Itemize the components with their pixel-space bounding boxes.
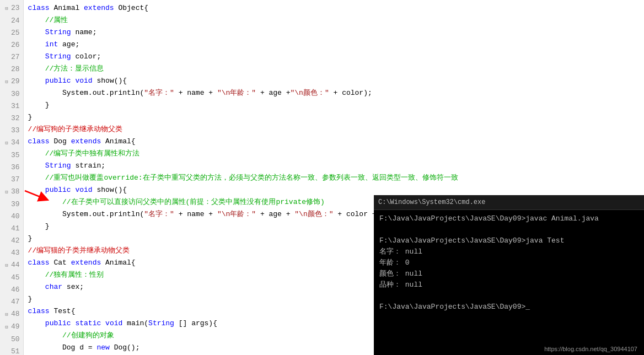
cmd-titlebar: C:\Windows\System32\cmd.exe [374,195,644,210]
blog-url: https://blog.csdn.net/qq_30944107 [542,345,640,353]
line-number: ⊟ 34 [2,137,20,149]
code-line: } [28,111,644,123]
code-line: //编写子类中独有属性和方法 [28,148,644,160]
line-number: ⊟ 23 [2,2,20,15]
cmd-line [379,291,638,302]
line-number: 45 [2,272,20,284]
line-number: 40 [2,211,20,223]
line-numbers: ⊟ 232425262728⊟ 2930313233⊟ 34353637⊟ 38… [0,0,24,355]
line-number: 35 [2,149,20,162]
code-line: public void show(){ [28,75,644,87]
cmd-line [379,224,638,235]
code-line: String name; [28,26,644,39]
line-number: 32 [2,112,20,125]
line-number: 50 [2,334,20,346]
line-number: 24 [2,15,20,27]
cmd-line: 年龄： 0 [379,257,638,268]
code-line: //编写狗的子类继承动物父类 [28,123,644,136]
line-number: ⊟ 44 [2,259,20,272]
cmd-line: 颜色： null [379,268,638,279]
code-line: class Dog extends Animal{ [28,136,644,148]
line-number: 41 [2,223,20,235]
cmd-line: 品种： null [379,279,638,291]
line-number: 26 [2,39,20,51]
line-number: 33 [2,125,20,137]
cmd-line: F:\Java\JavaProjects\JavaSE\Day09>_ [379,302,638,313]
cmd-title: C:\Windows\System32\cmd.exe [378,197,485,208]
line-number: ⊟ 38 [2,186,20,198]
line-number: 31 [2,100,20,112]
line-number: ⊟ 29 [2,76,20,88]
line-number: ⊟ 49 [2,321,20,334]
line-number: 47 [2,296,20,308]
cmd-window: C:\Windows\System32\cmd.exe F:\Java\Java… [374,195,644,355]
line-number: 28 [2,63,20,76]
code-line: //属性 [28,14,644,26]
cmd-line: F:\Java\JavaProjects\JavaSE\Day09>javac … [379,213,638,224]
code-line: //方法：显示信息 [28,63,644,75]
line-number: 46 [2,284,20,296]
line-number: 42 [2,235,20,247]
code-line: String color; [28,51,644,63]
line-number: 51 [2,346,20,355]
code-line: } [28,99,644,111]
code-line: String strain; [28,160,644,172]
line-number: 43 [2,247,20,259]
line-number: 37 [2,174,20,186]
code-line: System.out.println("名字：" + name + "\n年龄：… [28,87,644,99]
code-line: int age; [28,39,644,51]
line-number: ⊟ 48 [2,308,20,321]
cmd-line: F:\Java\JavaProjects\JavaSE\Day09>java T… [379,235,638,246]
line-number: 27 [2,51,20,63]
line-number: 30 [2,88,20,100]
line-number: 25 [2,27,20,39]
code-line: //重写也叫做覆盖override:在子类中重写父类的方法，必须与父类的方法名称… [28,172,644,184]
code-line: public void show(){ [28,184,644,196]
cmd-output: F:\Java\JavaProjects\JavaSE\Day09>javac … [374,210,644,316]
cmd-line: 名字： null [379,246,638,257]
line-number: 39 [2,198,20,211]
code-line: class Animal extends Object{ [28,2,644,14]
line-number: 36 [2,162,20,174]
